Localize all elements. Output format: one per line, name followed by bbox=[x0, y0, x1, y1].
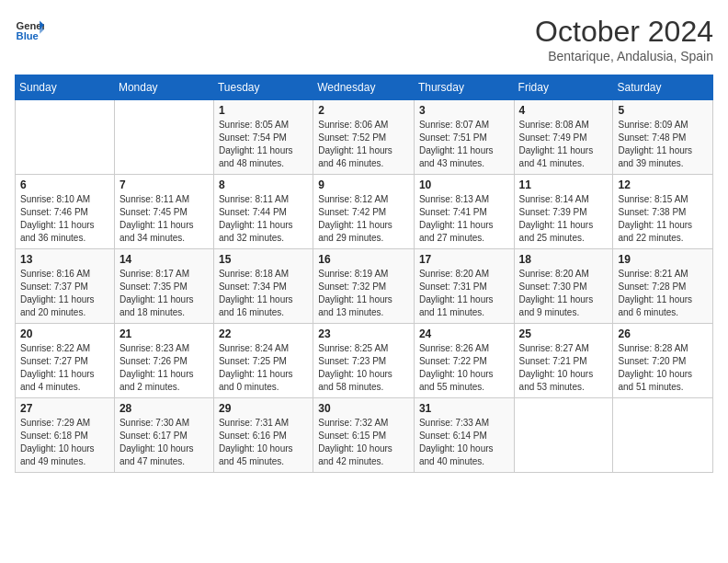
day-number: 31 bbox=[419, 402, 509, 415]
day-number: 19 bbox=[618, 253, 708, 266]
calendar-table: SundayMondayTuesdayWednesdayThursdayFrid… bbox=[15, 75, 713, 473]
day-info: Sunrise: 8:10 AM Sunset: 7:46 PM Dayligh… bbox=[20, 193, 109, 245]
day-number: 20 bbox=[20, 327, 109, 340]
day-info: Sunrise: 7:31 AM Sunset: 6:16 PM Dayligh… bbox=[219, 417, 308, 468]
calendar-cell: 6Sunrise: 8:10 AM Sunset: 7:46 PM Daylig… bbox=[16, 175, 115, 249]
day-info: Sunrise: 7:32 AM Sunset: 6:15 PM Dayligh… bbox=[318, 417, 409, 468]
day-info: Sunrise: 8:05 AM Sunset: 7:54 PM Dayligh… bbox=[219, 119, 308, 170]
calendar-week-row: 20Sunrise: 8:22 AM Sunset: 7:27 PM Dayli… bbox=[16, 324, 713, 398]
header-day: Saturday bbox=[613, 75, 713, 100]
day-number: 13 bbox=[20, 253, 109, 266]
calendar-cell: 31Sunrise: 7:33 AM Sunset: 6:14 PM Dayli… bbox=[414, 398, 514, 473]
day-number: 6 bbox=[20, 178, 109, 191]
calendar-cell: 2Sunrise: 8:06 AM Sunset: 7:52 PM Daylig… bbox=[313, 100, 415, 175]
day-info: Sunrise: 8:20 AM Sunset: 7:31 PM Dayligh… bbox=[419, 268, 509, 319]
day-number: 7 bbox=[119, 178, 209, 191]
calendar-cell: 30Sunrise: 7:32 AM Sunset: 6:15 PM Dayli… bbox=[313, 398, 415, 473]
calendar-cell bbox=[16, 100, 115, 175]
header-day: Tuesday bbox=[213, 75, 313, 100]
title-block: October 2024 Bentarique, Andalusia, Spai… bbox=[535, 15, 713, 63]
day-number: 26 bbox=[618, 327, 708, 340]
day-number: 12 bbox=[618, 178, 708, 191]
calendar-cell: 15Sunrise: 8:18 AM Sunset: 7:34 PM Dayli… bbox=[213, 249, 313, 324]
day-info: Sunrise: 8:13 AM Sunset: 7:41 PM Dayligh… bbox=[419, 193, 509, 245]
calendar-cell: 23Sunrise: 8:25 AM Sunset: 7:23 PM Dayli… bbox=[313, 324, 415, 398]
day-number: 2 bbox=[318, 104, 409, 117]
day-number: 11 bbox=[519, 178, 609, 191]
day-number: 21 bbox=[119, 327, 209, 340]
day-info: Sunrise: 8:06 AM Sunset: 7:52 PM Dayligh… bbox=[318, 119, 409, 170]
logo: General Blue bbox=[15, 15, 44, 44]
calendar-cell: 27Sunrise: 7:29 AM Sunset: 6:18 PM Dayli… bbox=[16, 398, 115, 473]
calendar-cell: 24Sunrise: 8:26 AM Sunset: 7:22 PM Dayli… bbox=[414, 324, 514, 398]
day-number: 15 bbox=[219, 253, 308, 266]
day-number: 17 bbox=[419, 253, 509, 266]
day-info: Sunrise: 8:07 AM Sunset: 7:51 PM Dayligh… bbox=[419, 119, 509, 170]
day-info: Sunrise: 8:14 AM Sunset: 7:39 PM Dayligh… bbox=[519, 193, 609, 245]
day-number: 1 bbox=[219, 104, 308, 117]
calendar-cell: 19Sunrise: 8:21 AM Sunset: 7:28 PM Dayli… bbox=[613, 249, 713, 324]
svg-text:Blue: Blue bbox=[17, 30, 39, 41]
day-number: 25 bbox=[519, 327, 609, 340]
day-number: 14 bbox=[119, 253, 209, 266]
day-info: Sunrise: 7:33 AM Sunset: 6:14 PM Dayligh… bbox=[419, 417, 509, 468]
calendar-week-row: 13Sunrise: 8:16 AM Sunset: 7:37 PM Dayli… bbox=[16, 249, 713, 324]
day-info: Sunrise: 8:11 AM Sunset: 7:44 PM Dayligh… bbox=[219, 193, 308, 245]
calendar-cell: 20Sunrise: 8:22 AM Sunset: 7:27 PM Dayli… bbox=[16, 324, 115, 398]
day-number: 28 bbox=[119, 402, 209, 415]
day-info: Sunrise: 8:09 AM Sunset: 7:48 PM Dayligh… bbox=[618, 119, 708, 170]
day-number: 24 bbox=[419, 327, 509, 340]
day-number: 29 bbox=[219, 402, 308, 415]
location-subtitle: Bentarique, Andalusia, Spain bbox=[535, 49, 713, 63]
calendar-cell: 26Sunrise: 8:28 AM Sunset: 7:20 PM Dayli… bbox=[613, 324, 713, 398]
calendar-cell: 14Sunrise: 8:17 AM Sunset: 7:35 PM Dayli… bbox=[114, 249, 213, 324]
calendar-cell: 9Sunrise: 8:12 AM Sunset: 7:42 PM Daylig… bbox=[313, 175, 415, 249]
calendar-week-row: 27Sunrise: 7:29 AM Sunset: 6:18 PM Dayli… bbox=[16, 398, 713, 473]
header-row: SundayMondayTuesdayWednesdayThursdayFrid… bbox=[16, 75, 713, 100]
day-info: Sunrise: 8:27 AM Sunset: 7:21 PM Dayligh… bbox=[519, 342, 609, 394]
calendar-cell: 13Sunrise: 8:16 AM Sunset: 7:37 PM Dayli… bbox=[16, 249, 115, 324]
logo-icon: General Blue bbox=[15, 15, 44, 44]
day-number: 27 bbox=[20, 402, 109, 415]
day-info: Sunrise: 7:30 AM Sunset: 6:17 PM Dayligh… bbox=[119, 417, 209, 468]
day-number: 22 bbox=[219, 327, 308, 340]
calendar-cell: 1Sunrise: 8:05 AM Sunset: 7:54 PM Daylig… bbox=[213, 100, 313, 175]
calendar-cell: 8Sunrise: 8:11 AM Sunset: 7:44 PM Daylig… bbox=[213, 175, 313, 249]
calendar-cell: 25Sunrise: 8:27 AM Sunset: 7:21 PM Dayli… bbox=[514, 324, 613, 398]
calendar-cell bbox=[613, 398, 713, 473]
calendar-cell: 12Sunrise: 8:15 AM Sunset: 7:38 PM Dayli… bbox=[613, 175, 713, 249]
day-info: Sunrise: 8:21 AM Sunset: 7:28 PM Dayligh… bbox=[618, 268, 708, 319]
day-number: 8 bbox=[219, 178, 308, 191]
calendar-cell: 17Sunrise: 8:20 AM Sunset: 7:31 PM Dayli… bbox=[414, 249, 514, 324]
calendar-cell bbox=[114, 100, 213, 175]
day-info: Sunrise: 8:22 AM Sunset: 7:27 PM Dayligh… bbox=[20, 342, 109, 394]
day-info: Sunrise: 8:17 AM Sunset: 7:35 PM Dayligh… bbox=[119, 268, 209, 319]
day-info: Sunrise: 8:08 AM Sunset: 7:49 PM Dayligh… bbox=[519, 119, 609, 170]
calendar-cell: 21Sunrise: 8:23 AM Sunset: 7:26 PM Dayli… bbox=[114, 324, 213, 398]
calendar-cell: 4Sunrise: 8:08 AM Sunset: 7:49 PM Daylig… bbox=[514, 100, 613, 175]
header-day: Monday bbox=[114, 75, 213, 100]
day-info: Sunrise: 8:26 AM Sunset: 7:22 PM Dayligh… bbox=[419, 342, 509, 394]
calendar-cell: 29Sunrise: 7:31 AM Sunset: 6:16 PM Dayli… bbox=[213, 398, 313, 473]
calendar-cell: 3Sunrise: 8:07 AM Sunset: 7:51 PM Daylig… bbox=[414, 100, 514, 175]
day-info: Sunrise: 8:20 AM Sunset: 7:30 PM Dayligh… bbox=[519, 268, 609, 319]
header-day: Thursday bbox=[414, 75, 514, 100]
day-number: 16 bbox=[318, 253, 409, 266]
calendar-cell: 18Sunrise: 8:20 AM Sunset: 7:30 PM Dayli… bbox=[514, 249, 613, 324]
day-number: 23 bbox=[318, 327, 409, 340]
calendar-week-row: 1Sunrise: 8:05 AM Sunset: 7:54 PM Daylig… bbox=[16, 100, 713, 175]
month-title: October 2024 bbox=[535, 15, 713, 49]
day-info: Sunrise: 7:29 AM Sunset: 6:18 PM Dayligh… bbox=[20, 417, 109, 468]
calendar-cell: 28Sunrise: 7:30 AM Sunset: 6:17 PM Dayli… bbox=[114, 398, 213, 473]
calendar-week-row: 6Sunrise: 8:10 AM Sunset: 7:46 PM Daylig… bbox=[16, 175, 713, 249]
calendar-cell: 11Sunrise: 8:14 AM Sunset: 7:39 PM Dayli… bbox=[514, 175, 613, 249]
calendar-cell: 10Sunrise: 8:13 AM Sunset: 7:41 PM Dayli… bbox=[414, 175, 514, 249]
header-day: Sunday bbox=[16, 75, 115, 100]
day-info: Sunrise: 8:19 AM Sunset: 7:32 PM Dayligh… bbox=[318, 268, 409, 319]
day-info: Sunrise: 8:28 AM Sunset: 7:20 PM Dayligh… bbox=[618, 342, 708, 394]
day-number: 4 bbox=[519, 104, 609, 117]
day-info: Sunrise: 8:11 AM Sunset: 7:45 PM Dayligh… bbox=[119, 193, 209, 245]
day-info: Sunrise: 8:23 AM Sunset: 7:26 PM Dayligh… bbox=[119, 342, 209, 394]
day-info: Sunrise: 8:18 AM Sunset: 7:34 PM Dayligh… bbox=[219, 268, 308, 319]
day-number: 10 bbox=[419, 178, 509, 191]
